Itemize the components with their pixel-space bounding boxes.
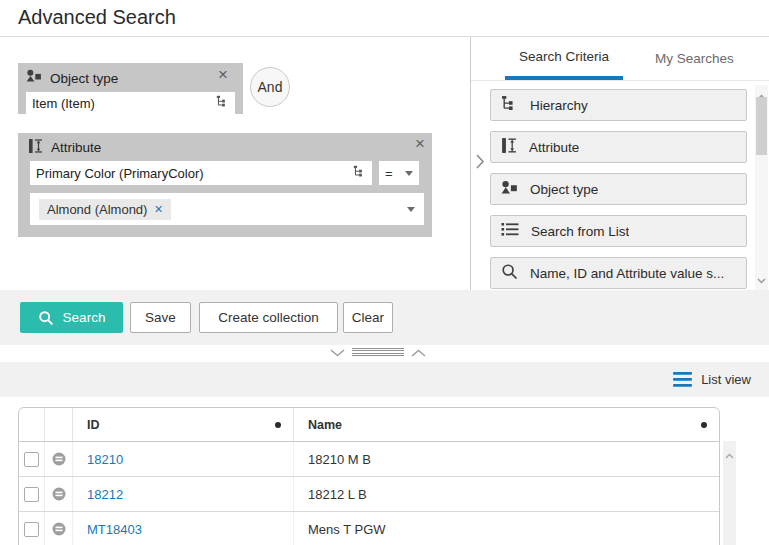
search-icon <box>38 310 54 326</box>
table-header-row: ID Name <box>19 408 719 442</box>
row-checkbox[interactable] <box>24 452 39 467</box>
attribute-selector-row: Primary Color (PrimaryColor) = <box>30 161 420 185</box>
object-type-icon <box>26 69 42 87</box>
criteria-palette: Hierarchy Attribute <box>490 89 747 299</box>
action-bar: Search Save Create collection Clear <box>0 290 769 345</box>
table-row[interactable]: 18212 18212 L B <box>19 477 719 512</box>
tab-label: Search Criteria <box>519 49 609 64</box>
collapse-panel-chevron-icon[interactable] <box>475 153 485 173</box>
item-id-link[interactable]: MT18403 <box>87 522 142 537</box>
search-button-label: Search <box>63 310 106 325</box>
name-column-header[interactable]: Name <box>294 408 719 441</box>
criteria-panel-tabs: Search Criteria My Searches <box>471 37 769 81</box>
save-button[interactable]: Save <box>130 302 191 333</box>
object-type-icon <box>501 180 518 199</box>
attribute-icon <box>501 137 517 157</box>
page-title: Advanced Search <box>18 6 176 29</box>
chip-close-icon[interactable]: × <box>154 201 162 217</box>
operator-value: = <box>385 166 393 181</box>
table-row[interactable]: 18210 18210 M B <box>19 442 719 477</box>
tab-search-criteria[interactable]: Search Criteria <box>505 37 623 80</box>
object-type-value: Item (Item) <box>32 96 216 111</box>
connector-label: And <box>258 79 283 95</box>
item-name: Mens T PGW <box>308 522 386 537</box>
create-collection-button[interactable]: Create collection <box>199 302 338 333</box>
row-checkbox[interactable] <box>24 487 39 502</box>
criteria-item-label: Search from List <box>531 224 629 239</box>
criteria-item-attribute[interactable]: Attribute <box>490 131 747 163</box>
criteria-item-hierarchy[interactable]: Hierarchy <box>490 89 747 121</box>
operator-select[interactable]: = <box>379 161 419 185</box>
create-collection-button-label: Create collection <box>218 310 319 325</box>
tab-label: My Searches <box>655 51 734 66</box>
item-id-link[interactable]: 18212 <box>87 487 123 502</box>
item-id-link[interactable]: 18210 <box>87 452 123 467</box>
clear-button[interactable]: Clear <box>343 302 393 333</box>
panel-scrollbar[interactable] <box>755 85 768 290</box>
list-view-button[interactable]: List view <box>673 362 751 397</box>
splitter-grip[interactable] <box>352 348 404 357</box>
column-menu-dot[interactable] <box>701 422 707 428</box>
clear-button-label: Clear <box>352 310 384 325</box>
attribute-icon <box>28 138 43 157</box>
search-icon <box>501 263 518 283</box>
value-chip-label: Almond (Almond) <box>47 202 147 217</box>
list-view-icon <box>673 372 692 387</box>
column-menu-dot[interactable] <box>275 422 281 428</box>
icon-column-header[interactable] <box>45 408 73 441</box>
item-icon <box>52 452 66 466</box>
chevron-down-icon <box>405 171 413 176</box>
criteria-item-name-id-search[interactable]: Name, ID and Attribute value s... <box>490 257 747 289</box>
attribute-card: Attribute × Primary Color (PrimaryColor)… <box>18 133 432 237</box>
close-icon[interactable]: × <box>213 65 233 85</box>
list-view-label: List view <box>701 372 751 387</box>
list-icon <box>501 222 519 240</box>
table-row[interactable]: MT18403 Mens T PGW <box>19 512 719 545</box>
hierarchy-icon <box>501 95 518 115</box>
attribute-input[interactable]: Primary Color (PrimaryColor) <box>30 161 372 185</box>
search-button[interactable]: Search <box>20 302 123 333</box>
page-header: Advanced Search <box>0 0 769 37</box>
object-type-card-title: Object type <box>50 71 118 86</box>
scroll-down-icon[interactable] <box>757 272 766 287</box>
attribute-value: Primary Color (PrimaryColor) <box>36 166 353 181</box>
item-icon <box>52 522 66 536</box>
column-label: ID <box>87 418 100 432</box>
criteria-item-search-from-list[interactable]: Search from List <box>490 215 747 247</box>
value-combobox[interactable]: Almond (Almond) × <box>30 193 424 225</box>
advanced-search-page: Advanced Search Object type × Item (Item… <box>0 0 769 545</box>
item-name: 18210 M B <box>308 452 371 467</box>
row-checkbox[interactable] <box>24 522 39 537</box>
item-icon <box>52 487 66 501</box>
hierarchy-picker-icon[interactable] <box>353 165 366 181</box>
close-icon[interactable]: × <box>410 134 430 154</box>
column-label: Name <box>308 418 342 432</box>
id-column-header[interactable]: ID <box>73 408 294 441</box>
attribute-card-title: Attribute <box>51 140 101 155</box>
criteria-item-label: Object type <box>530 182 598 197</box>
results-toolbar: List view <box>0 362 769 397</box>
object-type-card-header[interactable]: Object type × <box>26 66 235 90</box>
results-scrollbar[interactable] <box>723 441 736 545</box>
criteria-item-object-type[interactable]: Object type <box>490 173 747 205</box>
and-or-connector[interactable]: And <box>250 67 290 107</box>
scroll-up-icon[interactable] <box>725 447 734 462</box>
object-type-input[interactable]: Item (Item) <box>26 92 235 114</box>
panel-splitter[interactable] <box>330 345 426 359</box>
results-table: ID Name 18210 18210 M B <box>18 407 720 545</box>
collapse-down-icon[interactable] <box>330 345 345 360</box>
select-column-header[interactable] <box>19 408 45 441</box>
save-button-label: Save <box>145 310 176 325</box>
tab-my-searches[interactable]: My Searches <box>641 37 748 80</box>
object-type-card: Object type × Item (Item) <box>18 63 243 114</box>
hierarchy-picker-icon[interactable] <box>216 95 229 111</box>
chevron-down-icon[interactable] <box>407 207 415 212</box>
criteria-item-label: Attribute <box>529 140 579 155</box>
item-name: 18212 L B <box>308 487 367 502</box>
attribute-card-header[interactable]: Attribute × <box>18 135 432 159</box>
scrollbar-thumb[interactable] <box>756 97 767 155</box>
expand-up-icon[interactable] <box>411 345 426 360</box>
value-chip: Almond (Almond) × <box>39 199 171 220</box>
criteria-item-label: Name, ID and Attribute value s... <box>530 266 724 281</box>
criteria-item-label: Hierarchy <box>530 98 588 113</box>
